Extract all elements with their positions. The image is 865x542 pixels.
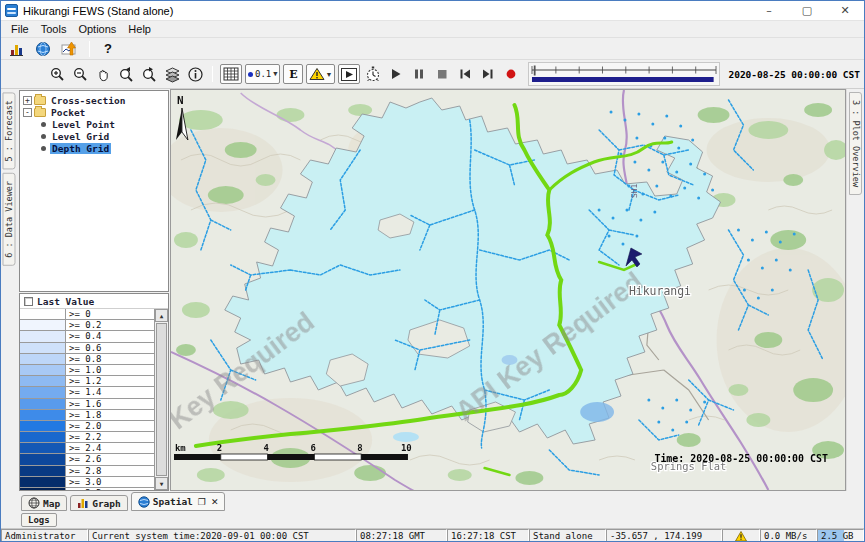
- warning-threshold-dropdown[interactable]: ▼: [306, 64, 335, 84]
- tree-node-pocket[interactable]: - Pocket: [22, 106, 168, 118]
- topology-tree: + Cross-section - Pocket Level Point Lev…: [19, 90, 169, 292]
- legend-swatch: [20, 320, 66, 330]
- play-button[interactable]: [386, 64, 406, 84]
- menu-file[interactable]: File: [5, 21, 35, 37]
- tab-maximize-icon[interactable]: ❐: [198, 497, 206, 507]
- legend-scrollbar[interactable]: ▲ ▼: [154, 309, 168, 490]
- menu-options[interactable]: Options: [72, 21, 122, 37]
- zoom-previous-icon[interactable]: [116, 64, 136, 84]
- legend-swatch: [20, 421, 66, 431]
- legend-row[interactable]: >= 1.8: [20, 410, 154, 421]
- legend-swatch: [20, 454, 66, 464]
- legend-row[interactable]: >= 0: [20, 309, 154, 320]
- svg-text:SH1: SH1: [630, 183, 639, 198]
- map-view[interactable]: API Key Required API Key Required Hikura…: [170, 89, 846, 491]
- skip-to-end-button[interactable]: [478, 64, 498, 84]
- legend-swatch: [20, 354, 66, 364]
- stop-button[interactable]: [432, 64, 452, 84]
- maximize-button[interactable]: ▢: [788, 1, 826, 20]
- logs-row: Logs: [1, 511, 864, 528]
- pan-hand-icon[interactable]: [93, 64, 113, 84]
- status-memory-gauge: 2.5 GB: [817, 529, 864, 542]
- skip-to-start-button[interactable]: [455, 64, 475, 84]
- legend-row[interactable]: >= 2.4: [20, 443, 154, 454]
- map-globe-icon[interactable]: [33, 39, 53, 59]
- tab-plot-overview[interactable]: 3 : Plot Overview: [849, 92, 862, 195]
- right-tab-strip: 3 : Plot Overview: [846, 89, 864, 491]
- legend-row[interactable]: >= 2.8: [20, 466, 154, 477]
- bar-chart-icon: [77, 497, 89, 509]
- tree-node-cross-section[interactable]: + Cross-section: [22, 94, 168, 106]
- legend-row[interactable]: >= 0.8: [20, 354, 154, 365]
- legend-row[interactable]: >= 1.6: [20, 399, 154, 410]
- tab-map[interactable]: Map: [21, 495, 67, 511]
- pause-button[interactable]: [409, 64, 429, 84]
- legend-row[interactable]: >= 0.2: [20, 320, 154, 331]
- legend-row[interactable]: >= 3.2: [20, 488, 154, 490]
- menu-bar: File Tools Options Help: [1, 21, 864, 38]
- scroll-up-icon[interactable]: ▲: [155, 309, 168, 322]
- zoom-in-icon[interactable]: [47, 64, 67, 84]
- last-value-label: Last Value: [37, 296, 94, 307]
- expand-icon[interactable]: +: [23, 96, 32, 105]
- left-tab-strip: 5 : Forecast 6 : Data Viewer: [1, 89, 18, 491]
- timer-icon[interactable]: [363, 64, 383, 84]
- menu-help[interactable]: Help: [122, 21, 157, 37]
- minimize-button[interactable]: –: [750, 1, 788, 20]
- zoom-out-icon[interactable]: [70, 64, 90, 84]
- collapse-icon[interactable]: -: [23, 108, 32, 117]
- legend-swatch: [20, 376, 66, 386]
- time-slider[interactable]: [528, 62, 720, 86]
- tree-node-level-point[interactable]: Level Point: [22, 118, 168, 130]
- node-bullet-icon: [41, 134, 46, 139]
- legend-row[interactable]: >= 1.4: [20, 387, 154, 398]
- layers-icon[interactable]: [162, 64, 182, 84]
- legend-row[interactable]: >= 1.0: [20, 365, 154, 376]
- legend-row[interactable]: >= 0.6: [20, 343, 154, 354]
- svg-text:2: 2: [217, 443, 222, 453]
- svg-text:6: 6: [310, 443, 315, 453]
- road-label: SH1: [630, 183, 639, 198]
- bottom-tab-bar: Map Graph Spatial ❐ ✕: [1, 491, 864, 511]
- status-warning-cell[interactable]: [722, 529, 760, 542]
- legend-row[interactable]: >= 0.4: [20, 331, 154, 342]
- zoom-next-icon[interactable]: [139, 64, 159, 84]
- status-coordinates: -35.657 , 174.199: [606, 529, 722, 542]
- record-movie-button[interactable]: [501, 64, 521, 84]
- time-slider-handle[interactable]: [534, 66, 536, 76]
- legend-row[interactable]: >= 2.0: [20, 421, 154, 432]
- node-bullet-icon: [41, 146, 46, 151]
- last-value-checkbox[interactable]: [24, 297, 33, 306]
- tab-data-viewer[interactable]: 6 : Data Viewer: [3, 173, 16, 266]
- data-display-icon[interactable]: [59, 39, 79, 59]
- scroll-down-icon[interactable]: ▼: [155, 477, 168, 490]
- time-slider-track[interactable]: [529, 63, 719, 85]
- tab-forecast[interactable]: 5 : Forecast: [3, 92, 16, 169]
- chevron-down-icon: ▼: [325, 71, 332, 78]
- info-icon[interactable]: [185, 64, 205, 84]
- close-button[interactable]: ✕: [826, 1, 864, 20]
- tab-close-icon[interactable]: ✕: [211, 497, 219, 507]
- interval-dropdown[interactable]: 0.1 ▼: [245, 64, 280, 84]
- animation-window-button[interactable]: [338, 64, 360, 84]
- grid-display-button[interactable]: [220, 64, 242, 84]
- scroll-thumb[interactable]: [156, 323, 167, 476]
- tab-graph[interactable]: Graph: [70, 495, 128, 511]
- legend-row[interactable]: >= 3.0: [20, 477, 154, 488]
- tab-spatial[interactable]: Spatial ❐ ✕: [131, 492, 226, 511]
- status-system-time: Current system time:2020-09-01 00:00 CST: [88, 529, 356, 542]
- legend-swatch: [20, 477, 66, 487]
- logs-button[interactable]: Logs: [21, 513, 57, 527]
- legend-row[interactable]: >= 1.2: [20, 376, 154, 387]
- menu-tools[interactable]: Tools: [35, 21, 73, 37]
- scale-ruler-button[interactable]: E: [283, 64, 303, 84]
- node-bullet-icon: [41, 122, 46, 127]
- legend-row[interactable]: >= 2.6: [20, 454, 154, 465]
- help-button[interactable]: ?: [100, 41, 116, 56]
- tree-node-level-grid[interactable]: Level Grid: [22, 130, 168, 142]
- legend-row[interactable]: >= 2.2: [20, 432, 154, 443]
- tree-node-depth-grid[interactable]: Depth Grid: [22, 142, 168, 154]
- status-user: Administrator: [1, 529, 88, 542]
- legend-panel: Last Value >= 0 >= 0.2 >= 0.4 >= 0.6 >= …: [19, 293, 169, 491]
- plots-icon[interactable]: [7, 39, 27, 59]
